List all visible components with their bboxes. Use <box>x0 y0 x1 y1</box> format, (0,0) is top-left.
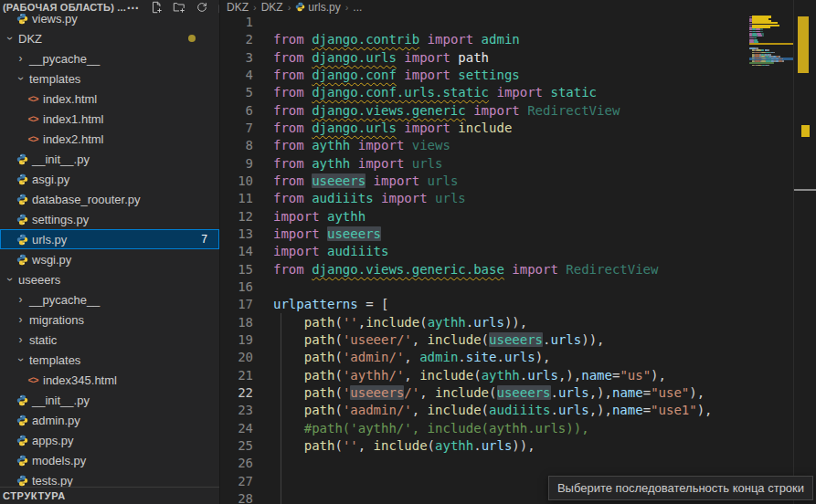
tree-item-useeers[interactable]: ›useeers <box>0 269 219 289</box>
html-icon: <> <box>28 113 38 124</box>
tree-item-templates[interactable]: ›templates <box>0 68 219 89</box>
line-content: path('', include(aythh.urls)), <box>273 437 535 455</box>
code-line-17[interactable]: 17urlpatterns = [ <box>220 296 768 313</box>
code-line-12[interactable]: 12import aythh <box>220 208 768 226</box>
code-line-19[interactable]: 19 path('useeer/', include(useeers.urls)… <box>220 331 768 349</box>
code-line-4[interactable]: 4from django.conf import settings <box>220 67 768 84</box>
tree-item-index1-html[interactable]: <>index1.html <box>0 109 219 129</box>
code-line-25[interactable]: 25 path('', include(aythh.urls)), <box>220 437 768 455</box>
code-line-7[interactable]: 7from django.urls import include <box>220 120 768 137</box>
line-content: path('aadmin/', include(audiiits.urls,),… <box>273 402 713 419</box>
tree-item-index2-html[interactable]: <>index2.html <box>0 129 219 149</box>
overview-ruler[interactable] <box>793 0 816 504</box>
tree-item-label: index345.html <box>43 373 117 387</box>
tree-item-urls-py[interactable]: urls.py7 <box>0 229 219 249</box>
tree-item-label: __pycache__ <box>29 52 100 66</box>
line-number: 5 <box>220 84 253 101</box>
tree-item-database-roouter-py[interactable]: database_roouter.py <box>0 189 219 209</box>
chevron-down-icon: › <box>16 73 26 85</box>
tree-item-settings-py[interactable]: settings.py <box>0 209 219 229</box>
python-icon <box>16 13 28 25</box>
ruler-mark <box>798 16 809 73</box>
chevron-down-icon: › <box>16 354 26 366</box>
code-line-9[interactable]: 9from aythh import urls <box>220 155 768 173</box>
tree-item-label: index.html <box>43 92 97 106</box>
tree-item--pycache-[interactable]: ›__pycache__ <box>0 48 219 68</box>
tree-item-label: migrations <box>29 313 84 327</box>
code-line-16[interactable]: 16 <box>220 278 768 296</box>
code-line-5[interactable]: 5from django.conf.urls.static import sta… <box>220 84 768 101</box>
code-line-23[interactable]: 23 path('aadmin/', include(audiiits.urls… <box>220 402 768 419</box>
line-number: 7 <box>220 120 253 137</box>
line-content: path('aythh/', include(aythh.urls,),name… <box>273 367 666 384</box>
line-content: import audiiits <box>273 243 388 260</box>
tree-item-static[interactable]: ›static <box>0 330 219 350</box>
line-content: from django.views.generic.base import Re… <box>273 261 658 278</box>
breadcrumb-item-urls-py[interactable]: urls.py <box>295 1 340 14</box>
code-line-3[interactable]: 3from django.urls import path <box>220 49 768 67</box>
tree-item-migrations[interactable]: ›migrations <box>0 310 219 330</box>
code-line-14[interactable]: 14import audiiits <box>220 243 768 260</box>
tree-item-label: static <box>29 333 57 347</box>
html-icon: <> <box>28 93 38 104</box>
tree-item-index345-html[interactable]: <>index345.html <box>0 370 219 390</box>
explorer-header: (РАБОЧАЯ ОБЛАСТЬ) ... ⋯ <box>0 0 219 14</box>
code-line-21[interactable]: 21 path('aythh/', include(aythh.urls,),n… <box>220 367 768 384</box>
minimap[interactable] <box>749 14 793 96</box>
tree-item--pycache-[interactable]: ›__pycache__ <box>0 289 219 310</box>
new-file-button[interactable] <box>149 0 164 15</box>
tree-item-tests-py[interactable]: tests.py <box>0 470 219 487</box>
code-line-18[interactable]: 18 path('',include(aythh.urls)), <box>220 314 768 331</box>
tree-item-asgi-py[interactable]: asgi.py <box>0 169 219 189</box>
line-number: 17 <box>220 296 253 313</box>
refresh-explorer-button[interactable] <box>195 0 209 15</box>
code-line-15[interactable]: 15from django.views.generic.base import … <box>220 261 768 278</box>
tree-item-templates[interactable]: ›templates <box>0 350 219 370</box>
tree-item-DKZ[interactable]: ›DKZ <box>0 28 219 48</box>
code-line-26[interactable]: 26 <box>220 455 768 472</box>
line-number: 28 <box>220 490 253 504</box>
more-actions-button[interactable]: ⋯ <box>126 0 141 15</box>
tree-item-label: database_roouter.py <box>32 193 141 206</box>
python-icon <box>16 214 28 226</box>
code-line-10[interactable]: 10from useeers import urls <box>220 173 768 190</box>
breadcrumb-item--[interactable]: ... <box>353 1 362 14</box>
tree-item--init-py[interactable]: __init__.py <box>0 390 219 410</box>
outline-section-header[interactable]: СТРУКТУРА <box>0 487 219 504</box>
line-content: from audiiits import urls <box>273 190 466 207</box>
modified-dot-icon <box>188 35 196 42</box>
code-line-6[interactable]: 6from django.views.generic import Redire… <box>220 102 768 120</box>
line-content: path('useeers/', include(useeers.urls,),… <box>273 384 705 402</box>
code-line-1[interactable]: 1 <box>220 14 768 31</box>
tree-item-wsgi-py[interactable]: wsgi.py <box>0 249 219 269</box>
code-line-22[interactable]: 22 path('useeers/', include(useeers.urls… <box>220 384 768 402</box>
code-line-24[interactable]: 24 #path('aythh/', include(aythh.urls)), <box>220 420 768 437</box>
python-icon <box>16 415 28 426</box>
code-line-2[interactable]: 2from django.contrib import admin <box>220 31 768 48</box>
tree-item-models-py[interactable]: models.py <box>0 450 219 470</box>
file-tree: views.py›DKZ›__pycache__›templates<>inde… <box>0 8 219 487</box>
code-line-13[interactable]: 13import useeers <box>220 226 768 243</box>
code-line-8[interactable]: 8from aythh import views <box>220 137 768 154</box>
tree-item-admin-py[interactable]: admin.py <box>0 410 219 430</box>
breadcrumb-item-DKZ[interactable]: DKZ <box>227 1 249 14</box>
tree-item-index-html[interactable]: <>index.html <box>0 89 219 109</box>
code-line-11[interactable]: 11from audiiits import urls <box>220 190 768 207</box>
ruler-mark <box>801 125 810 137</box>
python-icon <box>16 153 28 165</box>
tree-item-label: asgi.py <box>32 173 69 186</box>
line-number: 10 <box>220 173 253 190</box>
outline-section-label: СТРУКТУРА <box>3 490 66 501</box>
breadcrumb-item-DKZ[interactable]: DKZ <box>261 1 283 14</box>
line-number: 20 <box>220 349 253 366</box>
python-icon <box>16 435 28 446</box>
tree-item-label: wsgi.py <box>32 253 71 267</box>
new-folder-button[interactable] <box>172 0 186 15</box>
line-number: 3 <box>220 49 253 67</box>
tree-item-apps-py[interactable]: apps.py <box>0 430 219 450</box>
tree-item--init-py[interactable]: __init__.py <box>0 149 219 169</box>
chevron-right-icon: › <box>15 295 26 304</box>
code-line-20[interactable]: 20 path('admin/', admin.site.urls), <box>220 349 768 366</box>
tree-item-label: settings.py <box>32 213 89 226</box>
code-area[interactable]: 12from django.contrib import admin3from … <box>220 14 768 504</box>
